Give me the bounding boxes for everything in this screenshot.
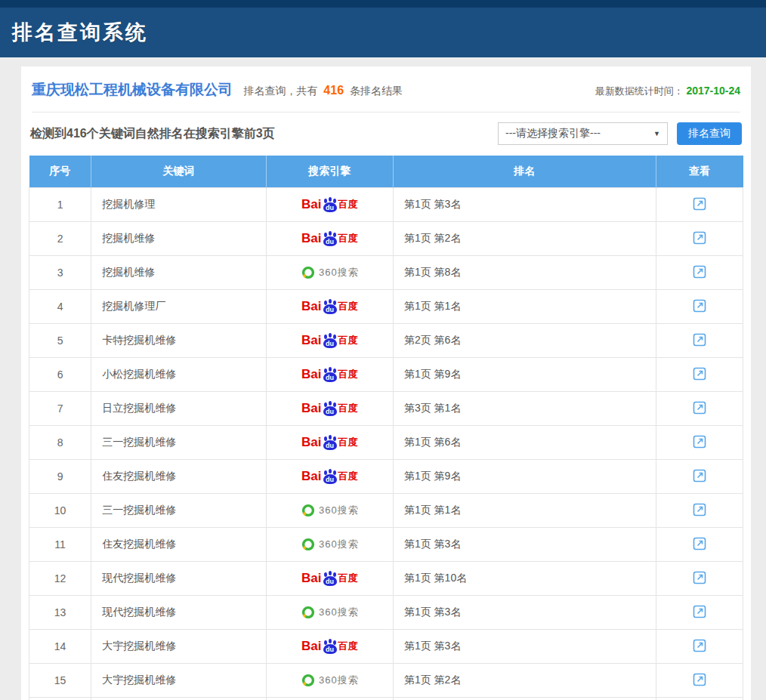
table-row: 5 卡特挖掘机维修 Baidu百度 第2页 第6名 [29, 324, 743, 358]
baidu-paw-icon: du [323, 367, 338, 383]
baidu-paw-icon: du [323, 469, 338, 485]
table-row: 16 凯斯挖掘机维修 360搜索 第1页 第1名 [29, 698, 743, 700]
baidu-bai-text: Bai [301, 367, 321, 382]
engine-cell: 360搜索 [266, 596, 393, 630]
keyword-cell: 凯斯挖掘机维修 [91, 698, 267, 700]
row-index: 8 [29, 426, 91, 460]
row-index: 16 [29, 698, 91, 700]
360-search-logo: 360搜索 [301, 265, 359, 280]
view-link[interactable] [692, 604, 707, 619]
baidu-hanzi-text: 百度 [338, 402, 358, 415]
engine-cell: Baidu百度 [266, 426, 393, 460]
row-index: 2 [29, 222, 91, 256]
rank-cell: 第2页 第6名 [393, 324, 656, 358]
rank-cell: 第1页 第2名 [393, 222, 656, 256]
external-link-icon [692, 536, 707, 551]
app-title: 排名查询系统 [12, 19, 148, 46]
baidu-hanzi-text: 百度 [338, 334, 358, 347]
engine-select[interactable]: ---请选择搜索引擎--- ▼ [498, 122, 668, 145]
view-cell [656, 324, 743, 358]
baidu-hanzi-text: 百度 [338, 436, 358, 449]
360-label-text: 360搜索 [319, 674, 359, 687]
keyword-cell: 大宇挖掘机维修 [91, 664, 267, 698]
keyword-cell: 三一挖掘机维修 [91, 494, 267, 528]
360-ring-icon [301, 673, 316, 688]
col-header-engine: 搜索引擎 [266, 156, 393, 188]
360-label-text: 360搜索 [319, 504, 359, 517]
engine-select-value: ---请选择搜索引擎--- [505, 127, 601, 140]
col-header-view: 查看 [656, 156, 743, 188]
360-label-text: 360搜索 [319, 266, 359, 279]
view-link[interactable] [692, 264, 707, 279]
baidu-bai-text: Bai [301, 333, 321, 348]
view-cell [656, 460, 743, 494]
baidu-logo: Baidu百度 [301, 299, 357, 315]
chevron-down-icon: ▼ [653, 130, 660, 137]
view-cell [656, 188, 743, 222]
content-card: 重庆现松工程机械设备有限公司 排名查询，共有 416 条排名结果 最新数据统计时… [21, 66, 751, 700]
external-link-icon [692, 570, 707, 585]
360-ring-icon [301, 537, 316, 552]
view-link[interactable] [692, 230, 707, 245]
baidu-logo: Baidu百度 [301, 367, 357, 383]
view-link[interactable] [692, 536, 707, 551]
engine-cell: 360搜索 [266, 256, 393, 290]
baidu-logo: Baidu百度 [301, 197, 357, 213]
360-label-text: 360搜索 [319, 606, 359, 619]
external-link-icon [692, 264, 707, 279]
engine-cell: 360搜索 [266, 528, 393, 562]
view-link[interactable] [692, 468, 707, 483]
result-count-suffix: 条排名结果 [350, 85, 403, 97]
baidu-paw-icon: du [323, 299, 338, 315]
table-row: 1 挖掘机修理 Baidu百度 第1页 第3名 [29, 188, 743, 222]
table-row: 4 挖掘机修理厂 Baidu百度 第1页 第1名 [29, 290, 743, 324]
baidu-logo: Baidu百度 [301, 401, 357, 417]
rank-cell: 第1页 第1名 [393, 290, 656, 324]
view-link[interactable] [692, 332, 707, 347]
row-index: 3 [29, 256, 91, 290]
view-link[interactable] [692, 638, 707, 653]
rank-cell: 第1页 第3名 [393, 596, 656, 630]
view-link[interactable] [692, 570, 707, 585]
baidu-logo: Baidu百度 [301, 469, 357, 485]
row-index: 13 [29, 596, 91, 630]
row-index: 9 [29, 460, 91, 494]
rank-query-button[interactable]: 排名查询 [677, 122, 742, 145]
summary-row: 重庆现松工程机械设备有限公司 排名查询，共有 416 条排名结果 最新数据统计时… [29, 80, 743, 100]
view-cell [656, 562, 743, 596]
divider [32, 112, 740, 113]
rank-cell: 第1页 第2名 [393, 664, 656, 698]
view-link[interactable] [692, 502, 707, 517]
row-index: 5 [29, 324, 91, 358]
baidu-hanzi-text: 百度 [338, 232, 358, 245]
view-cell [656, 222, 743, 256]
baidu-hanzi-text: 百度 [338, 368, 358, 381]
rank-cell: 第3页 第1名 [393, 392, 656, 426]
engine-cell: 360搜索 [266, 494, 393, 528]
baidu-paw-icon: du [323, 435, 338, 451]
view-link[interactable] [692, 298, 707, 313]
360-ring-icon [301, 605, 316, 620]
view-link[interactable] [692, 366, 707, 381]
view-link[interactable] [692, 434, 707, 449]
view-cell [656, 426, 743, 460]
row-index: 12 [29, 562, 91, 596]
keyword-cell: 挖掘机修理 [91, 188, 267, 222]
baidu-bai-text: Bai [301, 639, 321, 654]
external-link-icon [692, 332, 707, 347]
view-link[interactable] [692, 400, 707, 415]
stats-time-label: 最新数据统计时间： [595, 85, 684, 97]
engine-cell: Baidu百度 [266, 630, 393, 664]
360-search-logo: 360搜索 [301, 605, 359, 620]
controls-row: 检测到416个关键词自然排名在搜索引擎前3页 ---请选择搜索引擎--- ▼ 排… [29, 122, 743, 145]
table-row: 9 住友挖掘机维修 Baidu百度 第1页 第9名 [29, 460, 743, 494]
external-link-icon [692, 230, 707, 245]
view-link[interactable] [692, 672, 707, 687]
rank-cell: 第1页 第8名 [393, 256, 656, 290]
external-link-icon [692, 604, 707, 619]
keyword-cell: 三一挖掘机维修 [91, 426, 267, 460]
section-heading: 检测到416个关键词自然排名在搜索引擎前3页 [30, 126, 275, 142]
keyword-cell: 大宇挖掘机维修 [91, 630, 267, 664]
view-link[interactable] [692, 196, 707, 211]
result-count-value: 416 [323, 84, 344, 97]
